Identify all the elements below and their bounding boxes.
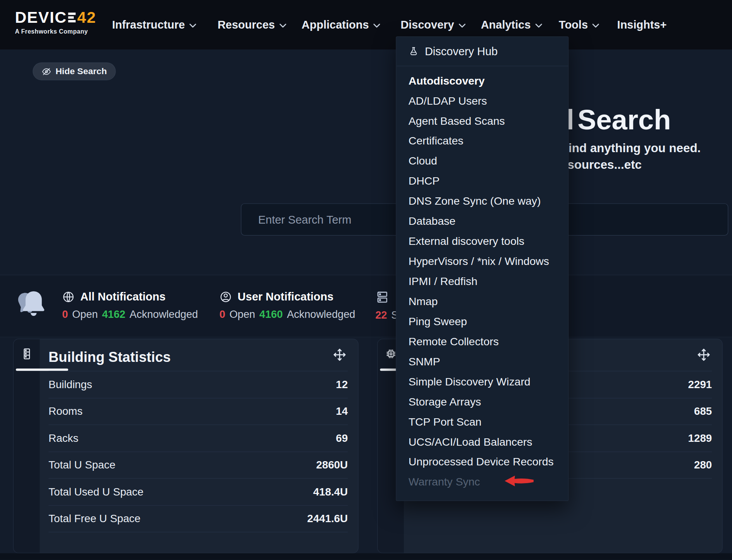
all-ack-label: Acknowledged	[129, 308, 198, 320]
user-circle-icon	[220, 290, 232, 303]
hero-subtitle-line1: Find anything you need.	[561, 141, 701, 155]
menu-list: Autodiscovery AD/LDAP Users Agent Based …	[397, 66, 569, 492]
chevron-down-icon	[373, 23, 380, 28]
move-handle-icon[interactable]	[332, 348, 347, 364]
menu-item-nmap[interactable]: Nmap	[397, 292, 569, 312]
brand-e-glyph	[68, 13, 76, 22]
bells-icon	[16, 287, 51, 324]
menu-item-discovery-hub[interactable]: Discovery Hub	[397, 37, 569, 66]
brand-name: DEVIC 42	[15, 8, 96, 27]
user-notifications-title: User Notifications	[238, 290, 334, 303]
hide-search-button[interactable]: Hide Search	[33, 63, 116, 80]
globe-icon	[62, 290, 75, 303]
eye-off-icon	[42, 66, 51, 76]
row-value: 685	[694, 405, 712, 418]
row-value: 69	[336, 432, 348, 445]
user-open-label: Open	[230, 308, 255, 320]
menu-item-ad-ldap-users[interactable]: AD/LDAP Users	[397, 91, 569, 111]
brand-name-left: DEVIC	[15, 8, 67, 27]
table-row: Total U Space 2860U	[49, 452, 348, 479]
nav-item-label: Tools	[559, 18, 588, 31]
user-ack-count: 4160	[259, 308, 283, 320]
table-row: Rooms 14	[49, 398, 348, 425]
row-value: 2441.6U	[307, 512, 348, 525]
menu-item-storage-arrays[interactable]: Storage Arrays	[397, 392, 569, 412]
row-label: Total U Space	[49, 459, 116, 472]
menu-item-warranty-sync: Warranty Sync	[397, 472, 569, 492]
table-row: Total Used U Space 418.4U	[49, 479, 348, 505]
card-left-strip	[14, 339, 40, 553]
table-row: Buildings 12	[49, 371, 348, 398]
menu-item-dhcp[interactable]: DHCP	[397, 171, 569, 191]
move-handle-icon[interactable]	[696, 348, 711, 364]
menu-item-remote-collectors[interactable]: Remote Collectors	[397, 332, 569, 352]
building-rack-icon[interactable]	[14, 339, 40, 368]
nav-item-applications[interactable]: Applications	[301, 0, 380, 49]
menu-item-autodiscovery[interactable]: Autodiscovery	[397, 71, 569, 91]
row-label: Buildings	[49, 378, 92, 391]
table-row: Racks 69	[49, 425, 348, 451]
menu-item-unprocessed-device-records[interactable]: Unprocessed Device Records	[397, 452, 569, 472]
hide-search-label: Hide Search	[56, 66, 107, 77]
nav-item-label: Discovery	[400, 18, 454, 31]
row-value: 2291	[688, 378, 712, 391]
row-value: 1289	[688, 432, 712, 445]
annotation-arrow-icon	[504, 474, 534, 490]
nav-item-label: Applications	[301, 18, 369, 31]
user-notifications-block[interactable]: User Notifications 0 Open 4160 Acknowled…	[220, 290, 355, 321]
menu-item-simple-discovery-wizard[interactable]: Simple Discovery Wizard	[397, 372, 569, 392]
menu-item-snmp[interactable]: SNMP	[397, 352, 569, 372]
row-value: 418.4U	[313, 485, 348, 498]
chevron-down-icon	[592, 23, 599, 28]
nav-item-insights-plus[interactable]: Insights+	[617, 0, 667, 49]
row-value: 2860U	[316, 459, 348, 472]
menu-item-certificates[interactable]: Certificates	[397, 131, 569, 151]
brand-logo[interactable]: DEVIC 42 A Freshworks Company	[15, 8, 96, 35]
row-label: Racks	[49, 432, 78, 445]
row-label: Total Free U Space	[49, 512, 141, 525]
nav-item-resources[interactable]: Resources	[218, 0, 286, 49]
screen: DEVIC 42 A Freshworks Company Infrastruc…	[0, 0, 732, 560]
nav-item-label: Analytics	[481, 18, 531, 31]
menu-item-database[interactable]: Database	[397, 211, 569, 231]
row-value: 14	[336, 405, 348, 418]
menu-item-cloud[interactable]: Cloud	[397, 151, 569, 171]
nav-item-label: Resources	[218, 18, 275, 31]
brand-name-right: 42	[77, 8, 96, 27]
rack-icon	[375, 290, 389, 304]
all-notifications-block[interactable]: All Notifications 0 Open 4162 Acknowledg…	[62, 290, 198, 321]
menu-item-agent-based-scans[interactable]: Agent Based Scans	[397, 111, 569, 131]
discovery-dropdown-menu: Discovery Hub Autodiscovery AD/LDAP User…	[396, 36, 569, 501]
all-notifications-title: All Notifications	[80, 290, 166, 303]
row-label: Rooms	[49, 405, 83, 418]
table-row: Total Free U Space 2441.6U	[49, 506, 348, 532]
app-canvas: DEVIC 42 A Freshworks Company Infrastruc…	[0, 0, 732, 560]
menu-item-ipmi-redfish[interactable]: IPMI / Redfish	[397, 272, 569, 292]
row-value: 12	[336, 378, 348, 391]
user-ack-label: Acknowledged	[287, 308, 355, 320]
hero-subtitle-line2: resources...etc	[556, 158, 642, 172]
menu-item-hypervisors-nix-windows[interactable]: HyperVisors / *nix / Windows	[397, 251, 569, 272]
flask-icon	[409, 46, 419, 57]
chevron-down-icon	[535, 23, 542, 28]
third-notifications-block[interactable]: 22 S	[375, 290, 398, 321]
menu-item-ping-sweep[interactable]: Ping Sweep	[397, 312, 569, 332]
all-ack-count: 4162	[102, 308, 125, 320]
footer-strip	[0, 553, 732, 560]
menu-item-tcp-port-scan[interactable]: TCP Port Scan	[397, 412, 569, 432]
all-open-label: Open	[72, 308, 98, 320]
nav-item-label: Insights+	[617, 18, 667, 31]
chevron-down-icon	[458, 23, 466, 28]
all-open-count: 0	[62, 308, 68, 320]
menu-item-dns-zone-sync[interactable]: DNS Zone Sync (One way)	[397, 191, 569, 211]
building-statistics-title: Building Statistics	[49, 350, 171, 365]
menu-item-ucs-aci-load-balancers[interactable]: UCS/ACI/Load Balancers	[397, 432, 569, 452]
brand-tagline: A Freshworks Company	[15, 28, 96, 35]
row-value: 280	[694, 459, 712, 472]
third-open-count: 22	[375, 309, 387, 321]
nav-item-infrastructure[interactable]: Infrastructure	[112, 0, 197, 49]
building-statistics-card: Building Statistics Buildings 12 Rooms 1…	[13, 339, 359, 553]
row-label: Total Used U Space	[49, 485, 144, 498]
menu-item-external-discovery-tools[interactable]: External discovery tools	[397, 231, 569, 251]
chevron-down-icon	[279, 23, 286, 28]
